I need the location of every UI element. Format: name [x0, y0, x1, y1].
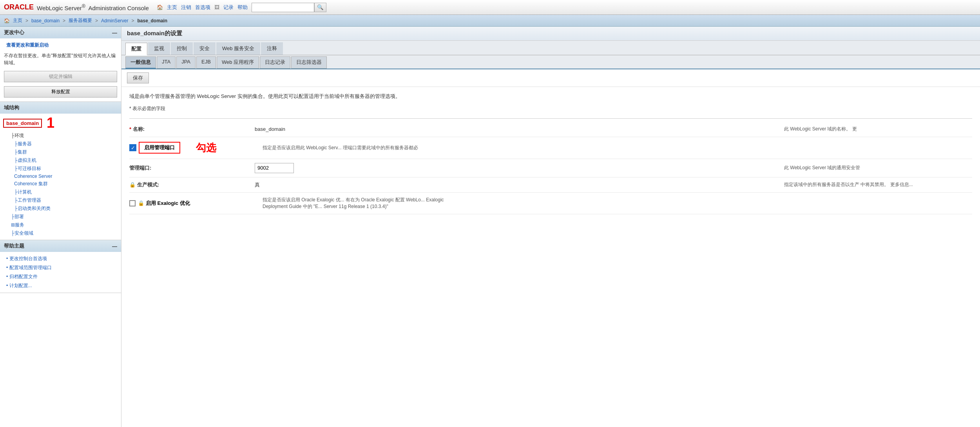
toolbar: 保存	[121, 69, 980, 87]
admin-port-checkbox-checked[interactable]: ✓	[129, 144, 136, 151]
exalogic-checkbox-unchecked[interactable]	[129, 200, 136, 206]
tree-machines[interactable]: ├计算机	[0, 188, 121, 196]
help-collapse-icon[interactable]: —	[112, 243, 117, 249]
change-center-content: 查看更改和重新启动 不存在暂挂更改。单击"释放配置"按钮可允许其他人编辑域。 锁…	[0, 38, 121, 101]
domain-tree: base_domain 1 ├环境 ├服务器 ├集群 ├虚拟主机 ├可迁移目标 …	[0, 114, 121, 240]
annotation-gou-xuan: 勾选	[196, 141, 216, 155]
breadcrumb: 🏠 主页 > base_domain > 服务器概要 > AdminServer…	[0, 15, 980, 27]
tree-work-managers[interactable]: ├工作管理器	[0, 196, 121, 204]
home-icon: 🏠	[4, 18, 10, 24]
production-mode-value: 真	[255, 181, 776, 188]
nav-help[interactable]: 帮助	[237, 4, 248, 11]
tab-web-service-security[interactable]: Web 服务安全	[216, 42, 260, 55]
oracle-logo: ORACLE	[4, 3, 34, 11]
admin-port-input[interactable]: 9002	[255, 163, 294, 173]
nav-home[interactable]: 主页	[167, 4, 177, 11]
breadcrumb-admin-server[interactable]: AdminServer	[101, 18, 128, 24]
tree-servers[interactable]: ├服务器	[0, 140, 121, 148]
form-description: 域是由单个管理服务器管理的 WebLogic Server 实例的集合。使用此页…	[129, 92, 972, 101]
breadcrumb-base-domain[interactable]: base_domain	[31, 18, 60, 24]
tree-startup-shutdown[interactable]: ├启动类和关闭类	[0, 204, 121, 213]
collapse-icon[interactable]: —	[112, 30, 117, 36]
annotation-1: 1	[47, 116, 54, 130]
production-mode-help: 指定该域中的所有服务器是否以生产 中将其禁用。 更多信息...	[776, 181, 972, 188]
release-config-button[interactable]: 释放配置	[4, 86, 117, 98]
search-button[interactable]: 🔍	[314, 3, 326, 12]
help-link-3[interactable]: • 归档配置文件	[0, 272, 121, 281]
tab-config[interactable]: 配置	[125, 43, 147, 55]
tree-virtual-hosts[interactable]: ├虚拟主机	[0, 156, 121, 165]
domain-structure-section: 域结构 base_domain 1 ├环境 ├服务器 ├集群 ├虚拟主机 ├可迁…	[0, 102, 121, 240]
domain-structure-header: 域结构	[0, 102, 121, 114]
tree-migratable-targets[interactable]: ├可迁移目标	[0, 165, 121, 173]
help-links: • 更改控制台首选项 • 配置域范围管理端口 • 归档配置文件 • 计划配置..…	[0, 252, 121, 293]
field-name-help: 此 WebLogic Server 域的名称。 更	[776, 126, 972, 132]
change-center-description: 不存在暂挂更改。单击"释放配置"按钮可允许其他人编辑域。	[0, 50, 121, 69]
sub-tabs: 一般信息 JTA JPA EJB Web 应用程序 日志记录 日志筛选器	[121, 55, 980, 69]
main-layout: 更改中心 — 查看更改和重新启动 不存在暂挂更改。单击"释放配置"按钮可允许其他…	[0, 27, 980, 427]
tab-web-app[interactable]: Web 应用程序	[217, 56, 259, 69]
domain-name-link[interactable]: base_domain	[3, 119, 42, 128]
tab-logging[interactable]: 日志记录	[260, 56, 290, 69]
search-input[interactable]	[252, 3, 314, 12]
tab-ejb[interactable]: EJB	[196, 56, 216, 69]
breadcrumb-service-overview[interactable]: 服务器概要	[69, 17, 92, 24]
tree-coherence-server[interactable]: Coherence Server	[0, 173, 121, 180]
form-row-admin-port-value: 管理端口: 9002 此 WebLogic Server 域的通用安全管	[129, 159, 972, 177]
tab-security[interactable]: 安全	[194, 42, 216, 55]
nav-separator-img: 🏠	[157, 4, 163, 10]
tab-log-filter[interactable]: 日志筛选器	[291, 56, 327, 69]
top-bar: ORACLE WebLogic Server® Administration C…	[0, 0, 980, 15]
save-button[interactable]: 保存	[127, 72, 149, 83]
content-area: base_domain的设置 配置 监视 控制 安全 Web 服务安全 注释 一…	[121, 27, 980, 427]
exalogic-help: 指定是否应该启用 Oracle Exalogic 优... 有在为 Oracle…	[255, 197, 451, 210]
form-row-production-mode: 🔒 生产模式: 真 指定该域中的所有服务器是否以生产 中将其禁用。 更多信息..…	[129, 177, 972, 193]
exalogic-label: 启用 Exalogic 优化	[146, 200, 190, 207]
admin-port-value-label: 管理端口:	[129, 165, 255, 172]
admin-port-help: 指定是否应该启用此 WebLogic Serv... 理端口需要此域中的所有服务…	[255, 145, 451, 151]
nav-records[interactable]: 记录	[223, 4, 234, 11]
breadcrumb-current: base_domain	[137, 18, 167, 24]
change-center-header: 更改中心 —	[0, 27, 121, 38]
field-name-value: base_domain	[255, 126, 776, 132]
form-row-exalogic: 🔒 启用 Exalogic 优化 指定是否应该启用 Oracle Exalogi…	[129, 193, 972, 214]
top-nav: 🏠 主页 注销 首选项 🖼 记录 帮助	[157, 4, 248, 11]
help-link-2[interactable]: • 配置域范围管理端口	[0, 263, 121, 272]
tree-coherence-cluster[interactable]: Coherence 集群	[0, 180, 121, 188]
production-mode-label: 🔒 生产模式:	[129, 181, 255, 188]
tree-security-realms[interactable]: ├安全领域	[0, 229, 121, 237]
page-title: base_domain的设置	[121, 27, 980, 41]
help-link-4[interactable]: • 计划配置...	[0, 281, 121, 290]
tree-environment[interactable]: ├环境	[0, 132, 121, 140]
admin-port-label: 启用管理端口	[139, 142, 180, 154]
search-box: 🔍	[252, 3, 326, 12]
help-topics-header: 帮助主题 —	[0, 240, 121, 252]
tree-deployments[interactable]: ├部署	[0, 213, 121, 221]
nav-logout[interactable]: 注销	[181, 4, 191, 11]
tab-jpa[interactable]: JPA	[176, 56, 196, 69]
view-changes-link[interactable]: 查看更改和重新启动	[0, 41, 121, 50]
breadcrumb-home[interactable]: 主页	[13, 17, 22, 24]
admin-port-value-help: 此 WebLogic Server 域的通用安全管	[776, 165, 972, 171]
nav-records-icon: 🖼	[214, 4, 219, 10]
lock-edit-button[interactable]: 锁定并编辑	[4, 71, 117, 82]
tab-jta[interactable]: JTA	[157, 56, 176, 69]
nav-preferences[interactable]: 首选项	[195, 4, 210, 11]
change-center-section: 更改中心 — 查看更改和重新启动 不存在暂挂更改。单击"释放配置"按钮可允许其他…	[0, 27, 121, 102]
form-row-admin-port: ✓ 启用管理端口 勾选 指定是否应该启用此 WebLogic Serv... 理…	[129, 137, 972, 159]
field-name-label: * 名称:	[129, 126, 255, 133]
admin-port-input-area: 9002	[255, 163, 776, 173]
tab-general-info[interactable]: 一般信息	[125, 56, 156, 69]
tab-notes[interactable]: 注释	[261, 42, 283, 55]
help-link-1[interactable]: • 更改控制台首选项	[0, 254, 121, 263]
form-area: 域是由单个管理服务器管理的 WebLogic Server 实例的集合。使用此页…	[121, 87, 980, 220]
help-topics-section: 帮助主题 — • 更改控制台首选项 • 配置域范围管理端口 • 归档配置文件 •…	[0, 240, 121, 293]
tree-clusters[interactable]: ├集群	[0, 148, 121, 156]
sidebar: 更改中心 — 查看更改和重新启动 不存在暂挂更改。单击"释放配置"按钮可允许其他…	[0, 27, 121, 427]
tab-monitor[interactable]: 监视	[148, 42, 170, 55]
tab-control[interactable]: 控制	[171, 42, 193, 55]
required-note: * 表示必需的字段	[129, 105, 972, 112]
form-row-name: * 名称: base_domain 此 WebLogic Server 域的名称…	[129, 122, 972, 137]
tree-services[interactable]: ⊞服务	[0, 221, 121, 229]
weblogic-server-title: WebLogic Server® Administration Console	[37, 4, 149, 11]
